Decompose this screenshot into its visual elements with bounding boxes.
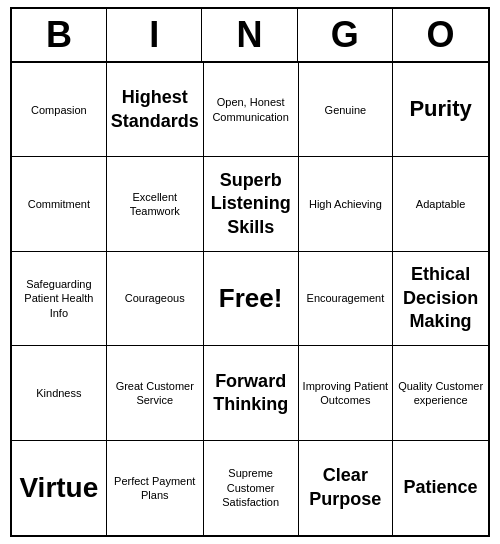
- bingo-header: BINGO: [12, 9, 488, 63]
- bingo-cell: Highest Standards: [107, 63, 204, 157]
- bingo-cell: Excellent Teamwork: [107, 157, 204, 251]
- header-letter: G: [298, 9, 393, 61]
- bingo-cell: Free!: [204, 252, 299, 346]
- header-letter: B: [12, 9, 107, 61]
- bingo-grid: CompasionHighest StandardsOpen, Honest C…: [12, 63, 488, 535]
- bingo-cell: Clear Purpose: [299, 441, 394, 535]
- bingo-cell: Courageous: [107, 252, 204, 346]
- bingo-cell: Great Customer Service: [107, 346, 204, 440]
- bingo-cell: Ethical Decision Making: [393, 252, 488, 346]
- header-letter: N: [202, 9, 297, 61]
- bingo-cell: High Achieving: [299, 157, 394, 251]
- bingo-cell: Improving Patient Outcomes: [299, 346, 394, 440]
- bingo-cell: Safeguarding Patient Health Info: [12, 252, 107, 346]
- bingo-cell: Virtue: [12, 441, 107, 535]
- bingo-cell: Superb Listening Skills: [204, 157, 299, 251]
- bingo-cell: Commitment: [12, 157, 107, 251]
- bingo-cell: Perfect Payment Plans: [107, 441, 204, 535]
- bingo-cell: Genuine: [299, 63, 394, 157]
- header-letter: O: [393, 9, 488, 61]
- bingo-cell: Forward Thinking: [204, 346, 299, 440]
- bingo-cell: Patience: [393, 441, 488, 535]
- bingo-cell: Supreme Customer Satisfaction: [204, 441, 299, 535]
- bingo-cell: Compasion: [12, 63, 107, 157]
- bingo-cell: Adaptable: [393, 157, 488, 251]
- header-letter: I: [107, 9, 202, 61]
- bingo-cell: Open, Honest Communication: [204, 63, 299, 157]
- bingo-cell: Purity: [393, 63, 488, 157]
- bingo-cell: Quality Customer experience: [393, 346, 488, 440]
- bingo-cell: Kindness: [12, 346, 107, 440]
- bingo-cell: Encouragement: [299, 252, 394, 346]
- bingo-card: BINGO CompasionHighest StandardsOpen, Ho…: [10, 7, 490, 537]
